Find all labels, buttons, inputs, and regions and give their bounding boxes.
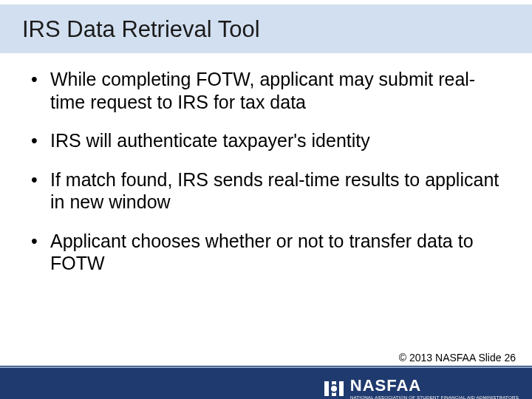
footer-bar: NASFAA NATIONAL ASSOCIATION OF STUDENT F… [0,366,532,399]
bullet-item: If match found, IRS sends real-time resu… [30,168,510,214]
slide-title: IRS Data Retrieval Tool [22,16,532,43]
title-bar: IRS Data Retrieval Tool [0,4,532,53]
bullet-item: Applicant chooses whether or not to tran… [30,230,510,275]
slide: IRS Data Retrieval Tool While completing… [0,4,532,399]
logo-main-text: NASFAA [350,378,519,394]
bullet-item: While completing FOTW, applicant may sub… [30,68,510,113]
svg-rect-0 [324,381,329,396]
logo-sub-text: NATIONAL ASSOCIATION OF STUDENT FINANCIA… [350,395,519,399]
nasfaa-logo: NASFAA NATIONAL ASSOCIATION OF STUDENT F… [322,377,519,399]
bullet-item: IRS will authenticate taxpayer's identit… [30,129,510,152]
nasfaa-logo-text: NASFAA NATIONAL ASSOCIATION OF STUDENT F… [350,378,519,399]
svg-point-4 [331,386,337,392]
content-area: While completing FOTW, applicant may sub… [0,53,532,275]
footer-credit: © 2013 NASFAA Slide 26 [399,352,516,364]
bullet-list: While completing FOTW, applicant may sub… [30,68,510,275]
svg-rect-2 [339,381,344,396]
nasfaa-logo-icon [322,377,346,399]
